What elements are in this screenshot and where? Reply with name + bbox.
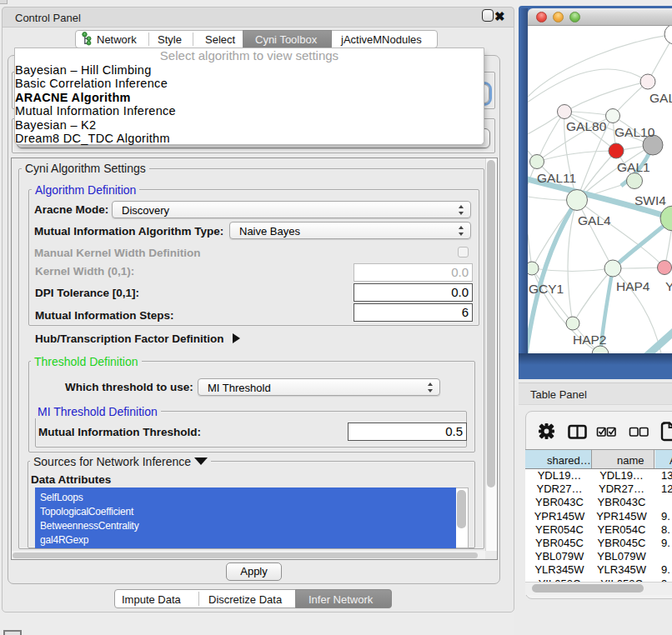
svg-text:GAL4: GAL4 bbox=[578, 213, 611, 228]
svg-text:GAL7: GAL7 bbox=[649, 91, 672, 105]
svg-text:SWI4: SWI4 bbox=[634, 193, 666, 208]
svg-text:HAP2: HAP2 bbox=[573, 332, 607, 347]
svg-text:GCY1: GCY1 bbox=[529, 282, 564, 296]
svg-text:GAL10: GAL10 bbox=[614, 125, 655, 139]
svg-text:GAL1: GAL1 bbox=[617, 160, 650, 174]
svg-text:HAP4: HAP4 bbox=[616, 279, 650, 293]
svg-text:YM: YM bbox=[665, 279, 672, 293]
svg-text:GAL11: GAL11 bbox=[537, 171, 576, 185]
svg-text:GAL80: GAL80 bbox=[566, 119, 607, 133]
